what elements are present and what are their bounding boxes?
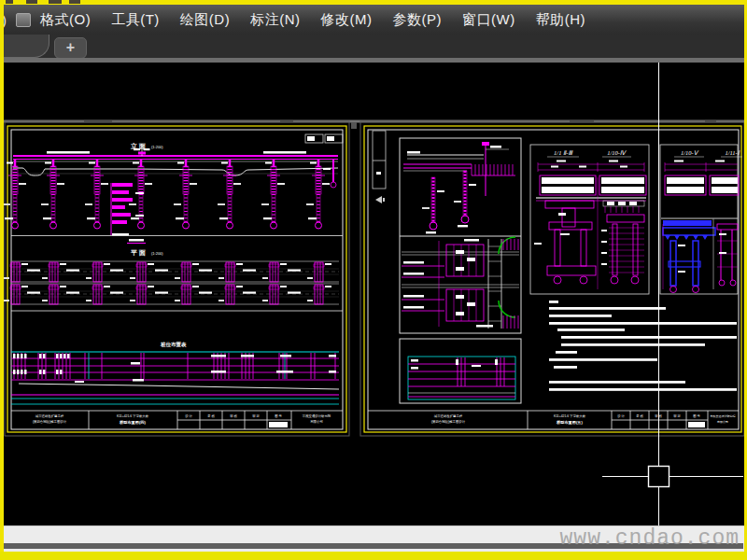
right-title-block: 城市道路改扩建工程 (第四合同段)施工图设计 K11+421.6 下穿桥大桥 桥… — [368, 411, 739, 429]
elevation-scale: (1:200) — [151, 145, 163, 149]
svg-text:市政交通设计研究院: 市政交通设计研究院 — [711, 414, 736, 418]
frame-left — [0, 0, 4, 560]
crosshair-pickbox — [649, 467, 669, 487]
drawing-canvas[interactable]: 立 面 (1:200) — [0, 63, 747, 525]
section-box-right: 1/10-Ⅴ 1/11-Ⅰ — [660, 145, 742, 294]
svg-text:复 核: 复 核 — [636, 414, 643, 418]
menu-item-help[interactable]: 帮助(H) — [534, 7, 587, 33]
svg-text:设 计: 设 计 — [617, 413, 625, 418]
frame-bottom — [0, 552, 747, 560]
menu-item-format[interactable]: 格式(O) — [38, 7, 92, 33]
svg-text:有限公司: 有限公司 — [310, 419, 323, 424]
document-icon — [16, 13, 31, 27]
svg-text:审 核: 审 核 — [230, 414, 237, 418]
notes-block — [549, 301, 737, 391]
new-tab-button[interactable]: + — [54, 37, 87, 59]
plan-scale: (1:200) — [151, 251, 163, 256]
watermark: www.cndao.com — [560, 526, 740, 551]
drawing-tab[interactable] — [0, 35, 49, 58]
svg-text:(第四合同段)施工图设计: (第四合同段)施工图设计 — [33, 419, 67, 424]
svg-text:设 计: 设 计 — [185, 413, 192, 418]
section-label-2: 1/10-Ⅳ — [607, 149, 627, 156]
table-title: 桩位布置表 — [160, 341, 187, 347]
svg-text:(第四合同段)施工图设计: (第四合同段)施工图设计 — [431, 419, 466, 424]
svg-text:市政交通设计研究院: 市政交通设计研究院 — [303, 413, 331, 418]
menu-item-modify[interactable]: 修改(M) — [318, 7, 374, 33]
cad-application-window: ) 格式(O) 工具(T) 绘图(D) 标注(N) 修改(M) 参数(P) 窗口… — [0, 0, 747, 560]
svg-text:桥型布置图(四): 桥型布置图(四) — [119, 420, 147, 425]
menu-bar: ) 格式(O) 工具(T) 绘图(D) 标注(N) 修改(M) 参数(P) 窗口… — [0, 5, 747, 35]
menu-item-tools[interactable]: 工具(T) — [109, 7, 162, 33]
svg-text:桥型布置图(五): 桥型布置图(五) — [556, 420, 584, 425]
svg-text:城市道路改扩建工程: 城市道路改扩建工程 — [433, 413, 463, 418]
left-title-block: 城市道路改扩建工程 (第四合同段)施工图设计 K11+421.6 下穿桥大桥 桥… — [11, 411, 343, 429]
pile-table: 桩位布置表 — [11, 341, 339, 404]
frame-top — [0, 0, 747, 5]
section-label-1: 1/1 Ⅱ-Ⅲ — [554, 149, 573, 156]
elevation-view: 立 面 (1:200) — [3, 142, 343, 244]
plan-title: 平 面 — [130, 249, 146, 257]
svg-text:复 核: 复 核 — [207, 414, 215, 418]
section-label-3: 1/10-Ⅴ — [681, 149, 699, 156]
svg-text:有限公司: 有限公司 — [716, 420, 728, 424]
menu-item-parametric[interactable]: 参数(P) — [390, 7, 444, 33]
sheet-stamp-boxes — [305, 134, 343, 143]
table-cell-texts — [13, 354, 336, 374]
legend-strip — [373, 131, 386, 203]
plan-view: 平 面 (1:200) — [4, 249, 343, 311]
svg-text:K11+421.6 下穿桥大桥: K11+421.6 下穿桥大桥 — [554, 414, 586, 418]
svg-text:图 号: 图 号 — [693, 414, 700, 418]
pile-cap-cluster-bottom — [446, 289, 484, 321]
right-sheet: 1/1 Ⅱ-Ⅲ 1/10-Ⅳ — [360, 121, 744, 436]
left-sheet: 立 面 (1:200) — [3, 121, 349, 436]
detail-box-table — [400, 339, 521, 403]
svg-text:审 定: 审 定 — [673, 414, 681, 418]
menu-item-dimension[interactable]: 标注(N) — [248, 7, 302, 33]
file-tab-bar: + — [0, 35, 747, 58]
svg-text:审 定: 审 定 — [252, 414, 260, 418]
svg-text:K11+421.6 下穿桥大桥: K11+421.6 下穿桥大桥 — [117, 414, 149, 418]
menu-item-window[interactable]: 窗口(W) — [460, 7, 517, 33]
detail-box-girder — [400, 138, 521, 333]
menu-item-draw[interactable]: 绘图(D) — [178, 7, 232, 33]
svg-text:城市道路改扩建工程: 城市道路改扩建工程 — [35, 413, 64, 418]
section-label-4: 1/11-Ⅰ — [725, 149, 740, 156]
section-box-middle: 1/1 Ⅱ-Ⅲ 1/10-Ⅳ — [530, 145, 649, 294]
svg-text:图 号: 图 号 — [275, 414, 282, 418]
pile-cap-cluster-top — [446, 245, 484, 276]
